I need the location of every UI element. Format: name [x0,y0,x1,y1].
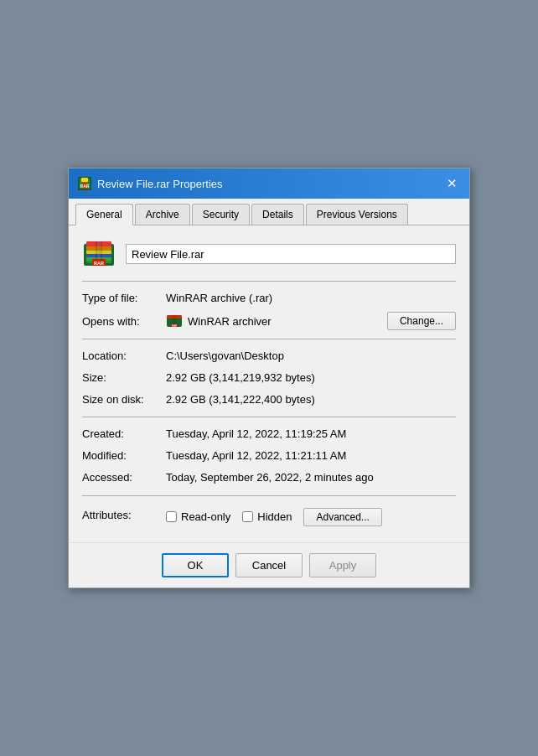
tab-content: RAR Type of file: WinRAR archive (.rar) … [69,225,469,542]
readonly-checkbox-label[interactable]: Read-only [166,510,230,523]
divider-4 [82,495,456,496]
accessed-value: Today, September 26, 2022, 2 minutes ago [166,469,456,487]
dialog-title: Review File.rar Properties [97,178,223,190]
ok-button[interactable]: OK [162,553,229,577]
location-label: Location: [82,348,166,365]
dialog-footer: OK Cancel Apply [69,542,469,588]
svg-text:RAR: RAR [172,324,178,328]
readonly-checkbox[interactable] [166,511,177,522]
opens-with-row: Opens with: RAR WinRAR archiver Change..… [82,312,456,330]
properties-dialog: RAR Review File.rar Properties ✕ General… [68,168,470,588]
location-row: Location: C:\Users\govan\Desktop [82,348,456,365]
size-on-disk-row: Size on disk: 2.92 GB (3,141,222,400 byt… [82,391,456,409]
hidden-checkbox-label[interactable]: Hidden [242,510,292,523]
size-value: 2.92 GB (3,141,219,932 bytes) [166,370,456,387]
change-button[interactable]: Change... [387,312,456,330]
accessed-row: Accessed: Today, September 26, 2022, 2 m… [82,469,456,487]
divider-1 [82,281,456,282]
opens-with-label: Opens with: [82,315,166,328]
size-row: Size: 2.92 GB (3,141,219,932 bytes) [82,370,456,387]
svg-rect-15 [97,241,101,260]
svg-rect-2 [81,178,88,182]
divider-2 [82,339,456,339]
cancel-button[interactable]: Cancel [235,553,303,577]
created-row: Created: Tuesday, April 12, 2022, 11:19:… [82,426,456,443]
file-type-icon: RAR [82,237,116,271]
size-on-disk-value: 2.92 GB (3,141,222,400 bytes) [166,391,456,409]
apply-button: Apply [309,553,376,577]
modified-row: Modified: Tuesday, April 12, 2022, 11:21… [82,448,456,465]
size-label: Size: [82,370,166,387]
attributes-row: Attributes: Read-only Hidden Advanced... [82,505,456,526]
tab-general[interactable]: General [75,204,133,225]
modified-label: Modified: [82,448,166,465]
created-label: Created: [82,426,166,443]
winrar-title-icon: RAR [77,176,92,191]
tab-previous-versions[interactable]: Previous Versions [306,204,408,225]
tab-security[interactable]: Security [192,204,250,225]
type-value: WinRAR archive (.rar) [166,290,456,308]
file-header: RAR [82,237,456,271]
tabs-bar: General Archive Security Details Previou… [69,199,469,225]
location-value: C:\Users\govan\Desktop [166,348,456,365]
size-on-disk-label: Size on disk: [82,391,166,409]
readonly-label: Read-only [181,510,230,523]
opens-with-app-name: WinRAR archiver [188,315,272,328]
opens-with-content: RAR WinRAR archiver Change... [166,312,456,330]
divider-3 [82,417,456,417]
title-bar-left: RAR Review File.rar Properties [77,176,223,191]
title-bar: RAR Review File.rar Properties ✕ [69,168,469,199]
winrar-app-icon: RAR [166,313,183,329]
type-of-file-row: Type of file: WinRAR archive (.rar) [82,290,456,308]
modified-value: Tuesday, April 12, 2022, 11:21:11 AM [166,448,456,465]
close-button[interactable]: ✕ [442,174,461,193]
tab-details[interactable]: Details [251,204,304,225]
svg-text:RAR: RAR [94,261,104,266]
type-label: Type of file: [82,290,166,308]
attributes-label: Attributes: [82,509,166,521]
svg-text:RAR: RAR [80,184,90,189]
advanced-button[interactable]: Advanced... [303,508,381,526]
tab-archive[interactable]: Archive [135,204,190,225]
hidden-checkbox[interactable] [242,511,253,522]
created-value: Tuesday, April 12, 2022, 11:19:25 AM [166,426,456,443]
hidden-label: Hidden [257,510,292,523]
attributes-checkboxes: Read-only Hidden Advanced... [166,508,382,526]
filename-input[interactable] [126,244,456,264]
accessed-label: Accessed: [82,469,166,487]
